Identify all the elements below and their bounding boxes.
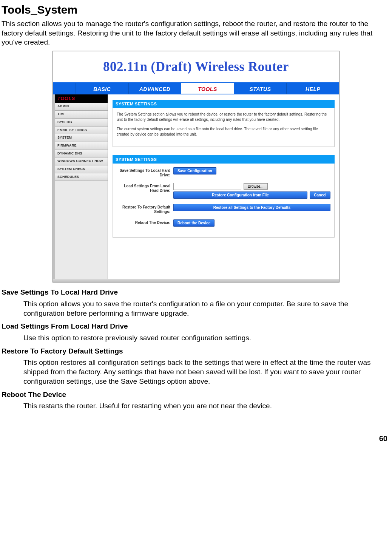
nav-tools[interactable]: TOOLS [181, 83, 234, 94]
browse-button[interactable]: Browse... [244, 183, 268, 190]
cancel-button[interactable]: Cancel [310, 191, 330, 199]
label-factory: Restore To Factory Default Settings: [117, 204, 173, 214]
intro-para-2: The current system settings can be saved… [117, 127, 330, 137]
screenshot-footer [53, 279, 339, 282]
sidebar-item-syscheck[interactable]: SYSTEM CHECK [55, 165, 108, 173]
row-factory: Restore To Factory Default Settings: Res… [117, 204, 330, 214]
sidebar-item-ddns[interactable]: DYNAMIC DNS [55, 150, 108, 158]
page-number: 60 [0, 434, 387, 443]
sec-body-save: This option allows you to save the route… [23, 300, 389, 318]
nav-basic[interactable]: BASIC [76, 83, 128, 94]
sec-head-save: Save Settings To Local Hard Drive [2, 288, 389, 297]
sidebar-item-wcn[interactable]: WINDOWS CONNECT NOW [55, 157, 108, 165]
sidebar-item-firmware[interactable]: FIRMWARE [55, 142, 108, 150]
panel-header-form: SYSTEM SETTINGS [113, 155, 335, 164]
restore-factory-button[interactable]: Restore all Settings to the Factory Defa… [173, 204, 330, 211]
sec-body-factory: This option restores all configuration s… [23, 358, 389, 386]
restore-file-button[interactable]: Restore Configuration from File [173, 191, 307, 199]
row-load: Load Settings From Local Hard Drive: Bro… [117, 183, 330, 199]
panel-body-form: Save Settings To Local Hard Drive: Save … [113, 164, 335, 238]
label-load: Load Settings From Local Hard Drive: [117, 183, 173, 193]
top-nav: BASIC ADVANCED TOOLS STATUS HELP [53, 82, 339, 94]
sec-head-factory: Restore To Factory Default Settings [2, 347, 389, 356]
reboot-button[interactable]: Reboot the Device [173, 219, 215, 227]
router-ui-screenshot: 802.11n (Draft) Wireless Router BASIC AD… [52, 51, 340, 283]
sidebar-item-admin[interactable]: ADMIN [55, 103, 108, 111]
sidebar-fill [55, 181, 108, 279]
intro-para-1: The System Settings section allows you t… [117, 112, 330, 123]
sidebar-item-time[interactable]: TIME [55, 111, 108, 119]
sec-body-load: Use this option to restore previously sa… [23, 333, 389, 343]
page-title: Tools_System [2, 2, 392, 17]
save-config-button[interactable]: Save Configuration [173, 167, 216, 174]
label-save: Save Settings To Local Hard Drive: [117, 167, 173, 178]
sidebar-item-schedules[interactable]: SCHEDULES [55, 173, 108, 181]
sidebar-item-syslog[interactable]: SYSLOG [55, 119, 108, 127]
content-area: SYSTEM SETTINGS The System Settings sect… [108, 94, 339, 279]
sec-head-load: Load Settings From Local Hard Drive [2, 322, 389, 331]
sec-body-reboot: This restarts the router. Useful for res… [23, 401, 389, 411]
banner: 802.11n (Draft) Wireless Router [53, 51, 339, 82]
workarea: TOOLS ADMIN TIME SYSLOG EMAIL SETTINGS S… [53, 94, 339, 279]
sec-head-reboot: Reboot The Device [2, 390, 389, 400]
row-save: Save Settings To Local Hard Drive: Save … [117, 167, 330, 178]
row-reboot: Reboot The Device: Reboot the Device [117, 219, 330, 227]
nav-advanced[interactable]: ADVANCED [128, 83, 181, 94]
nav-status[interactable]: STATUS [234, 83, 287, 94]
sidebar-item-email[interactable]: EMAIL SETTINGS [55, 127, 108, 134]
file-input[interactable] [173, 183, 241, 190]
panel-header-intro: SYSTEM SETTINGS [113, 100, 335, 108]
nav-spacer [53, 83, 76, 94]
panel-body-intro: The System Settings section allows you t… [113, 108, 335, 147]
sidebar-header: TOOLS [55, 94, 108, 103]
banner-title: 802.11n (Draft) Wireless Router [103, 59, 289, 74]
nav-help[interactable]: HELP [286, 83, 339, 94]
sidebar: TOOLS ADMIN TIME SYSLOG EMAIL SETTINGS S… [55, 94, 108, 279]
sidebar-item-system[interactable]: SYSTEM [55, 134, 108, 142]
page-intro: This section allows you to manage the ro… [2, 19, 389, 47]
label-reboot: Reboot The Device: [117, 219, 173, 225]
